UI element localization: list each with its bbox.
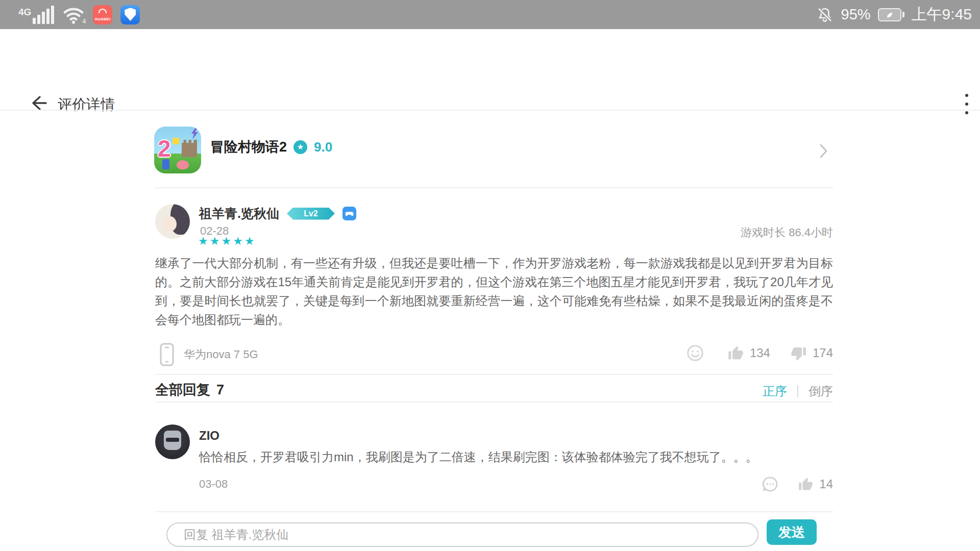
like-button[interactable]: 134 [728, 345, 770, 361]
dislike-count: 174 [813, 346, 833, 360]
sort-ascending-tab[interactable]: 正序 [763, 383, 787, 399]
play-time-label: 游戏时长 86.4小时 [741, 225, 833, 240]
appgallery-icon: HUAWEI [93, 5, 112, 24]
battery-icon [878, 8, 904, 21]
reply-body: 恰恰相反，开罗君吸引力min，我刷图是为了二倍速，结果刷完图：该体验都体验完了我… [199, 448, 832, 466]
thumb-down-icon [791, 345, 806, 361]
power-saving-leaf-icon [884, 10, 895, 19]
divider [155, 402, 833, 403]
send-button[interactable]: 发送 [767, 519, 817, 545]
game-icon-slime [177, 160, 189, 169]
thumb-up-icon [728, 345, 744, 361]
thumb-up-icon [798, 477, 813, 492]
game-info[interactable]: 冒险村物语2 ★ 9.0 [210, 138, 332, 156]
chevron-right-icon[interactable] [818, 143, 828, 159]
wifi-generation-label: 4 [82, 17, 86, 25]
gamepad-badge-icon [342, 207, 356, 220]
appgallery-bag-icon [99, 9, 107, 13]
cell-signal-icon: 4G [18, 6, 54, 24]
game-icon-knight [162, 159, 169, 169]
more-options-icon[interactable] [965, 94, 969, 114]
replies-header: 全部回复 7 [155, 381, 224, 399]
device-name: 华为nova 7 5G [184, 347, 258, 362]
reply-like-button[interactable]: 14 [798, 477, 833, 492]
review-body: 继承了一代大部分机制，有一些还有升级，但我还是要吐槽一下，作为开罗游戏老粉，每一… [155, 254, 833, 329]
comment-button[interactable] [762, 475, 779, 493]
game-icon-number: 2 [158, 135, 171, 162]
header-divider [0, 110, 980, 111]
game-title: 冒险村物语2 [210, 138, 287, 156]
clock-label: 上午9:45 [912, 4, 972, 25]
sort-separator [797, 385, 798, 397]
page-title: 评价详情 [58, 95, 115, 114]
reviewer-row: 祖羊青.览秋仙 Lv2 [199, 205, 356, 222]
status-bar: 4G 4 HUAWEI [0, 0, 980, 29]
phone-manager-shield-icon [120, 5, 140, 24]
smiley-icon [686, 344, 704, 362]
reply-actions: 14 [762, 475, 833, 493]
signal-bars-icon [33, 6, 54, 24]
notifications-off-icon [816, 6, 834, 24]
sort-descending-tab[interactable]: 倒序 [808, 383, 833, 399]
reviewer-name: 祖羊青.览秋仙 [199, 205, 279, 222]
divider [155, 374, 833, 375]
reply-like-count: 14 [819, 477, 833, 491]
network-type-label: 4G [18, 7, 31, 18]
like-count: 134 [750, 346, 770, 360]
device-row: 华为nova 7 5G [159, 343, 258, 366]
divider [155, 187, 833, 188]
sort-controls: 正序 倒序 [763, 383, 833, 399]
review-detail-page: 4G 4 HUAWEI [0, 0, 980, 551]
phone-icon [159, 343, 175, 366]
replies-count: 7 [216, 382, 224, 398]
review-actions: 134 174 [686, 344, 833, 362]
game-icon-chick [173, 138, 179, 144]
reviewer-avatar[interactable] [155, 204, 190, 239]
emoji-react-button[interactable] [686, 344, 704, 362]
reply-date: 03-08 [199, 478, 228, 491]
level-badge: Lv2 [287, 208, 335, 220]
rating-star-icon: ★ [293, 140, 307, 154]
app-header: 评价详情 [0, 29, 980, 110]
game-icon-castle [182, 140, 197, 157]
status-bar-right: 95% 上午9:45 [816, 4, 980, 25]
replies-title: 全部回复 [155, 381, 210, 399]
star-rating: ★★★★★ [198, 235, 256, 248]
game-rating: 9.0 [314, 139, 332, 155]
battery-percent-label: 95% [841, 6, 871, 23]
reply-author: ZIO [199, 429, 219, 443]
reply-avatar[interactable] [155, 424, 190, 459]
wifi-icon: 4 [62, 5, 85, 25]
game-icon-bolt [190, 128, 199, 140]
reply-input[interactable] [166, 522, 758, 547]
game-app-icon[interactable]: 2 [154, 127, 201, 173]
dislike-button[interactable]: 174 [791, 345, 833, 361]
comment-bubble-icon [762, 475, 779, 493]
status-bar-left: 4G 4 HUAWEI [0, 5, 140, 25]
